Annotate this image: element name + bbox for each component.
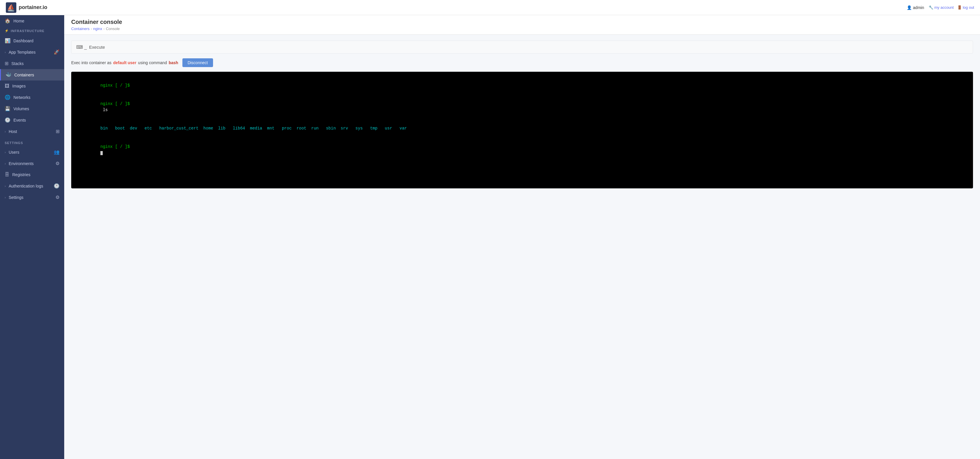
settings-icon: ⚙ [56,194,59,200]
rocket-icon: 🚀 [54,49,59,55]
logout-link[interactable]: 🚪 log out [957,5,974,10]
topbar: ⛵ portainer.io 👤 admin 🔧 my account 🚪 lo… [0,0,980,15]
account-icon: 🔧 [929,5,933,10]
logout-icon: 🚪 [957,5,962,10]
logo-text: portainer.io [19,5,47,11]
breadcrumb-nginx[interactable]: nginx [93,27,102,31]
topbar-links: 🔧 my account 🚪 log out [929,5,974,10]
chevron-right-icon: › [5,196,6,199]
sidebar-settings-label: Settings [9,195,24,200]
execute-label: Execute [89,44,105,49]
sidebar-item-containers[interactable]: 🐳 Containers [0,69,64,81]
admin-icon: 👤 [907,5,912,10]
logo: ⛵ portainer.io [6,2,47,13]
exec-user: default user [113,60,136,65]
sidebar-host-label: Host [9,129,17,134]
sidebar-item-users[interactable]: › Users 👥 [0,146,64,158]
environments-icon: ⚙ [56,161,59,166]
breadcrumb-containers[interactable]: Containers [71,27,90,31]
page-title: Container console [71,19,973,25]
exec-command: bash [169,60,178,65]
exec-middle: using command [138,60,167,65]
page-header: Container console Containers › nginx › C… [64,15,980,35]
sidebar-item-events[interactable]: 🕐 Events [0,114,64,126]
breadcrumb-console: Console [106,27,120,31]
auth-logs-icon: 🕐 [54,183,59,189]
sidebar-images-label: Images [12,84,26,88]
users-icon: 👥 [54,149,59,155]
breadcrumb: Containers › nginx › Console [71,27,973,31]
sidebar-registries-label: Registries [12,172,30,177]
stacks-icon: ⊞ [5,61,8,66]
infrastructure-section: ⚡ INFRASTRUCTURE [0,27,64,35]
settings-section-header: SETTINGS [0,137,64,146]
sidebar-volumes-label: Volumes [13,106,29,111]
breadcrumb-sep1: › [91,27,92,31]
sidebar-item-networks[interactable]: 🌐 Networks [0,92,64,103]
sidebar-item-settings[interactable]: › Settings ⚙ [0,192,64,203]
images-icon: 🖼 [5,83,10,89]
breadcrumb-sep2: › [103,27,105,31]
content-area: ⌨ _ Execute Exec into container as defau… [64,35,980,459]
chevron-right-icon: › [5,184,6,188]
terminal-line-3-dirs: bin boot dev etc harbor_cust_cert home l… [76,119,968,138]
sidebar-item-images[interactable]: 🖼 Images [0,81,64,92]
sidebar-item-dashboard[interactable]: 📊 Dashboard [0,35,64,46]
home-icon: 🏠 [5,18,11,24]
dashboard-icon: 📊 [5,38,11,43]
infrastructure-icon: ⚡ [5,29,9,33]
sidebar-item-volumes[interactable]: 💾 Volumes [0,103,64,114]
execute-section: ⌨ _ Execute [71,41,973,54]
networks-icon: 🌐 [5,94,11,100]
sidebar-item-host[interactable]: › Host ⊞ [0,126,64,137]
sidebar-auth-logs-label: Authentication logs [9,184,43,188]
containers-icon: 🐳 [6,72,11,78]
volumes-icon: 💾 [5,106,11,111]
chevron-right-icon: › [5,162,6,165]
events-icon: 🕐 [5,117,11,123]
sidebar-item-registries[interactable]: 🗄 Registries [0,169,64,180]
sidebar-item-auth-logs[interactable]: › Authentication logs 🕐 [0,180,64,192]
sidebar-home-label: Home [13,19,24,23]
my-account-link[interactable]: 🔧 my account [929,5,953,10]
svg-text:⛵: ⛵ [7,4,15,12]
sidebar-item-app-templates[interactable]: › App Templates 🚀 [0,46,64,58]
disconnect-button[interactable]: Disconnect [182,58,213,67]
sidebar-item-stacks[interactable]: ⊞ Stacks [0,58,64,69]
registries-icon: 🗄 [5,172,10,177]
sidebar-users-label: Users [9,150,19,154]
host-icon: ⊞ [56,129,59,134]
terminal-line-4: nginx [ / ]$ [76,138,968,162]
sidebar-events-label: Events [13,118,26,122]
terminal[interactable]: nginx [ / ]$ nginx [ / ]$ ls bin boot de… [71,72,973,188]
exec-info-bar: Exec into container as default user usin… [71,58,973,67]
sidebar-networks-label: Networks [13,95,30,100]
terminal-cursor [100,151,103,155]
sidebar-item-environments[interactable]: › Environments ⚙ [0,158,64,169]
admin-label: 👤 admin [907,5,924,10]
layout: 🏠 Home ⚡ INFRASTRUCTURE 📊 Dashboard › Ap… [0,15,980,459]
sidebar-app-templates-label: App Templates [9,50,36,54]
sidebar: 🏠 Home ⚡ INFRASTRUCTURE 📊 Dashboard › Ap… [0,15,64,459]
portainer-logo: ⛵ [6,2,16,13]
chevron-right-icon: › [5,130,6,133]
sidebar-containers-label: Containers [14,73,34,77]
sidebar-item-home[interactable]: 🏠 Home [0,15,64,27]
chevron-right-icon: › [5,151,6,154]
sidebar-stacks-label: Stacks [11,61,24,66]
sidebar-dashboard-label: Dashboard [13,38,33,43]
chevron-right-icon: › [5,51,6,54]
sidebar-environments-label: Environments [9,161,34,166]
main-content: Container console Containers › nginx › C… [64,15,980,459]
topbar-right: 👤 admin 🔧 my account 🚪 log out [907,5,974,10]
execute-prompt-icon: ⌨ _ [76,44,87,50]
terminal-line-2: nginx [ / ]$ ls [76,95,968,119]
terminal-line-1: nginx [ / ]$ [76,76,968,95]
exec-prefix: Exec into container as [71,60,111,65]
